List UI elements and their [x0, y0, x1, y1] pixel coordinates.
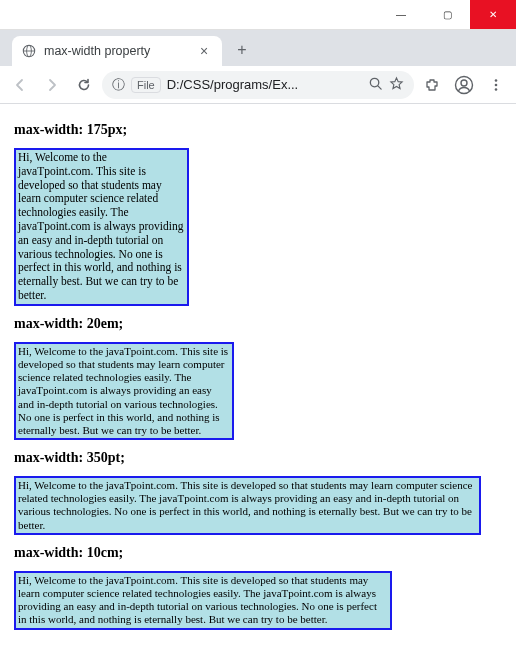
window-close-button[interactable]: ✕ [470, 0, 516, 29]
extensions-button[interactable] [418, 71, 446, 99]
globe-icon [22, 44, 36, 58]
tab-title: max-width property [44, 44, 188, 58]
star-icon[interactable] [389, 76, 404, 94]
heading-175px: max-width: 175px; [14, 122, 502, 138]
reload-button[interactable] [70, 71, 98, 99]
file-scheme-badge: File [131, 77, 161, 93]
box-20em: Hi, Welcome to the javaTpoint.com. This … [14, 342, 234, 440]
browser-tab[interactable]: max-width property × [12, 36, 222, 66]
site-info-icon[interactable]: ⓘ [112, 76, 125, 94]
svg-point-9 [495, 88, 498, 91]
window-titlebar: — ▢ ✕ [0, 0, 516, 30]
browser-toolbar: ⓘ File D:/CSS/programs/Ex... [0, 66, 516, 104]
box-175px: Hi, Welcome to the javaTpoint.com. This … [14, 148, 189, 306]
tab-close-button[interactable]: × [196, 43, 212, 59]
zoom-icon[interactable] [368, 76, 383, 94]
profile-button[interactable] [450, 71, 478, 99]
tab-strip: max-width property × + [0, 30, 516, 66]
svg-line-4 [378, 85, 381, 88]
svg-point-5 [456, 76, 473, 93]
url-path: D:/CSS/programs/Ex... [167, 77, 362, 92]
svg-point-8 [495, 83, 498, 86]
menu-button[interactable] [482, 71, 510, 99]
box-350pt: Hi, Welcome to the javaTpoint.com. This … [14, 476, 481, 535]
window-maximize-button[interactable]: ▢ [424, 0, 470, 29]
page-content: max-width: 175px; Hi, Welcome to the jav… [0, 104, 516, 668]
box-10cm: Hi, Welcome to the javaTpoint.com. This … [14, 571, 392, 630]
heading-350pt: max-width: 350pt; [14, 450, 502, 466]
svg-point-7 [495, 79, 498, 82]
back-button[interactable] [6, 71, 34, 99]
window-minimize-button[interactable]: — [378, 0, 424, 29]
forward-button[interactable] [38, 71, 66, 99]
svg-point-6 [461, 80, 467, 86]
new-tab-button[interactable]: + [228, 36, 256, 64]
address-bar[interactable]: ⓘ File D:/CSS/programs/Ex... [102, 71, 414, 99]
titlebar-spacer [0, 0, 378, 29]
heading-20em: max-width: 20em; [14, 316, 502, 332]
heading-10cm: max-width: 10cm; [14, 545, 502, 561]
